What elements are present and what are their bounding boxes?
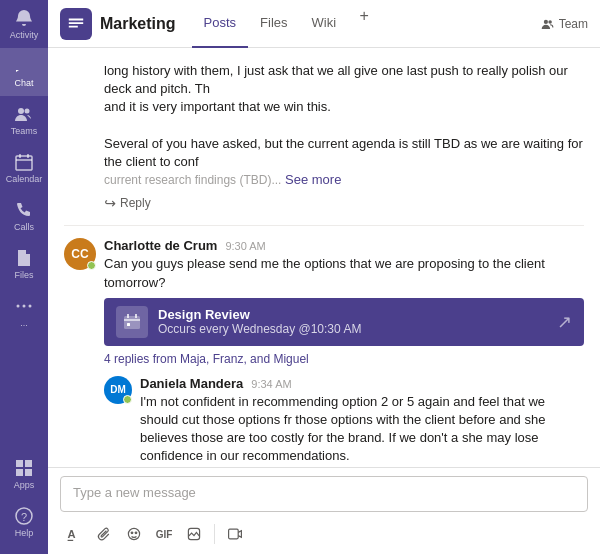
svg-point-12 xyxy=(543,19,547,23)
svg-rect-15 xyxy=(127,323,130,326)
meet-button[interactable] xyxy=(221,520,249,548)
svg-point-13 xyxy=(548,20,552,24)
sidebar-item-help[interactable]: ? Help xyxy=(0,498,48,546)
sidebar-item-activity[interactable]: Activity xyxy=(0,0,48,48)
svg-rect-8 xyxy=(16,469,23,476)
sidebar-label-calendar: Calendar xyxy=(6,174,43,184)
message-content-daniela: Daniela Mandera 9:34 AM I'm not confiden… xyxy=(140,376,568,466)
event-cursor: ↗ xyxy=(557,311,572,333)
svg-rect-2 xyxy=(16,156,32,170)
svg-point-0 xyxy=(18,108,24,114)
event-title: Design Review xyxy=(158,307,547,322)
divider xyxy=(64,225,584,226)
sidebar-label-teams: Teams xyxy=(11,126,38,136)
sticker-button[interactable] xyxy=(180,520,208,548)
svg-point-19 xyxy=(131,532,133,534)
sender-name-daniela: Daniela Mandera xyxy=(140,376,243,391)
messages-area: long history with them, I just ask that … xyxy=(48,48,600,467)
see-more-link[interactable]: See more xyxy=(285,172,341,187)
message-input[interactable]: Type a new message xyxy=(60,476,588,512)
message-block-charlotte: CC Charlotte de Crum 9:30 AM Can you guy… xyxy=(48,232,600,467)
svg-text:?: ? xyxy=(21,511,27,523)
svg-rect-9 xyxy=(25,469,32,476)
tab-posts[interactable]: Posts xyxy=(192,0,249,48)
main-panel: Marketing Posts Files Wiki + Team long h… xyxy=(48,0,600,554)
svg-point-1 xyxy=(25,109,30,114)
online-indicator-daniela xyxy=(123,395,132,404)
team-badge[interactable]: Team xyxy=(541,17,588,31)
format-button[interactable]: A xyxy=(60,520,88,548)
svg-rect-7 xyxy=(25,460,32,467)
message-text: long history with them, I just ask that … xyxy=(104,62,584,189)
input-area: Type a new message A GIF xyxy=(48,467,600,554)
tab-files[interactable]: Files xyxy=(248,0,299,48)
svg-rect-14 xyxy=(124,316,140,329)
sidebar-item-calendar[interactable]: Calendar xyxy=(0,144,48,192)
svg-text:A: A xyxy=(68,528,76,540)
header-tabs: Posts Files Wiki + xyxy=(192,0,381,48)
sidebar-label-activity: Activity xyxy=(10,30,39,40)
event-subtitle: Occurs every Wednesday @10:30 AM xyxy=(158,322,547,336)
message-text-charlotte: Can you guys please send me the options … xyxy=(104,255,584,291)
message-header-charlotte: Charlotte de Crum 9:30 AM xyxy=(104,238,584,253)
sidebar-label-help: Help xyxy=(15,528,34,538)
tab-wiki[interactable]: Wiki xyxy=(300,0,349,48)
event-calendar-icon xyxy=(116,306,148,338)
sidebar-item-more[interactable]: ... xyxy=(0,288,48,336)
sidebar: Activity Chat Teams Calendar Calls Files… xyxy=(0,0,48,554)
sidebar-label-files: Files xyxy=(14,270,33,280)
channel-header: Marketing Posts Files Wiki + Team xyxy=(48,0,600,48)
message-block: long history with them, I just ask that … xyxy=(48,56,600,219)
channel-name: Marketing xyxy=(100,15,176,33)
svg-point-18 xyxy=(128,528,139,539)
reply-label-1: Reply xyxy=(120,196,151,210)
message-text-daniela: I'm not confident in recommending option… xyxy=(140,393,568,466)
sidebar-label-calls: Calls xyxy=(14,222,34,232)
attach-button[interactable] xyxy=(90,520,118,548)
replies-info-charlotte[interactable]: 4 replies from Maja, Franz, and Miguel xyxy=(104,352,584,366)
sidebar-item-files[interactable]: Files xyxy=(0,240,48,288)
sidebar-item-chat[interactable]: Chat xyxy=(0,48,48,96)
event-info: Design Review Occurs every Wednesday @10… xyxy=(158,307,547,336)
message-header-daniela: Daniela Mandera 9:34 AM xyxy=(140,376,568,391)
avatar-charlotte: CC xyxy=(64,238,96,270)
svg-point-5 xyxy=(29,305,32,308)
online-indicator xyxy=(87,261,96,270)
sidebar-label-chat: Chat xyxy=(14,78,33,88)
sender-name-charlotte: Charlotte de Crum xyxy=(104,238,217,253)
svg-rect-6 xyxy=(16,460,23,467)
team-label: Team xyxy=(559,17,588,31)
sidebar-item-teams[interactable]: Teams xyxy=(0,96,48,144)
input-toolbar: A GIF xyxy=(60,518,588,550)
channel-icon xyxy=(60,8,92,40)
svg-point-3 xyxy=(17,305,20,308)
sidebar-item-calls[interactable]: Calls xyxy=(0,192,48,240)
svg-point-4 xyxy=(23,305,26,308)
sidebar-label-more: ... xyxy=(20,318,28,328)
message-time-daniela: 9:34 AM xyxy=(251,378,291,390)
gif-button[interactable]: GIF xyxy=(150,520,178,548)
sidebar-item-apps[interactable]: Apps xyxy=(0,450,48,498)
message-time-charlotte: 9:30 AM xyxy=(225,240,265,252)
header-right: Team xyxy=(541,17,588,31)
reply-button-1[interactable]: ↩ Reply xyxy=(104,193,584,213)
message-content: long history with them, I just ask that … xyxy=(104,62,584,213)
emoji-button[interactable] xyxy=(120,520,148,548)
nested-reply-daniela: DM Daniela Mandera 9:34 AM I'm not confi… xyxy=(104,372,584,467)
reply-arrow-icon: ↩ xyxy=(104,195,116,211)
svg-point-20 xyxy=(135,532,137,534)
sidebar-label-apps: Apps xyxy=(14,480,35,490)
avatar-daniela: DM xyxy=(104,376,132,404)
toolbar-divider xyxy=(214,524,215,544)
svg-rect-22 xyxy=(229,529,239,539)
message-content-charlotte: Charlotte de Crum 9:30 AM Can you guys p… xyxy=(104,238,584,467)
add-tab-button[interactable]: + xyxy=(348,0,380,32)
input-placeholder: Type a new message xyxy=(73,485,196,500)
event-card[interactable]: Design Review Occurs every Wednesday @10… xyxy=(104,298,584,346)
